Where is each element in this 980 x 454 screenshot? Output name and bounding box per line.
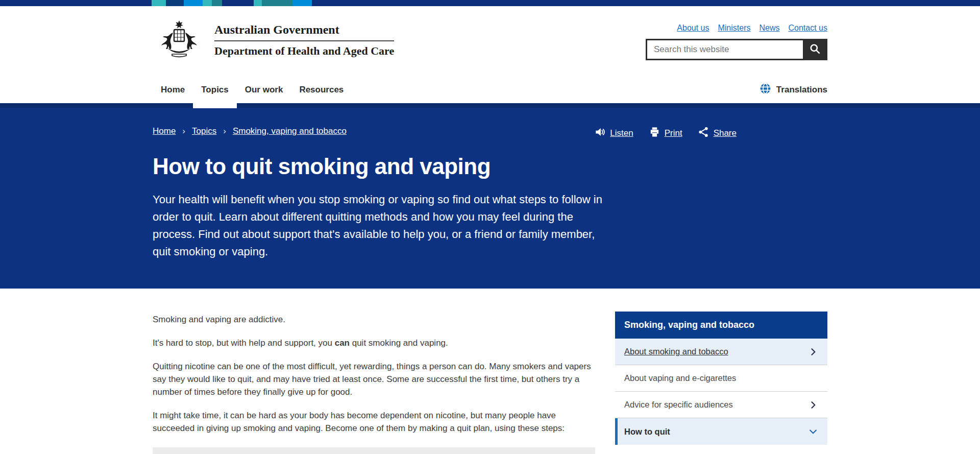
paragraph-4: It might take time, it can be hard as yo… xyxy=(153,409,595,435)
paragraph-1: Smoking and vaping are addictive. xyxy=(153,313,595,326)
printer-icon xyxy=(649,126,660,140)
share-icon xyxy=(698,126,709,140)
breadcrumb-topics[interactable]: Topics xyxy=(192,126,216,136)
nav-item-home[interactable]: Home xyxy=(153,77,193,103)
sidebar-item-how-to-quit[interactable]: How to quit xyxy=(615,418,827,445)
link-news[interactable]: News xyxy=(760,23,780,33)
breadcrumb-separator-icon: › xyxy=(182,126,185,136)
site-header: Australian Government Department of Heal… xyxy=(0,6,980,77)
department-logo[interactable]: Australian Government Department of Heal… xyxy=(153,19,394,61)
print-button[interactable]: Print xyxy=(649,126,682,140)
paragraph-3: Quitting nicotine can be one of the most… xyxy=(153,360,595,398)
page-actions: Listen Print xyxy=(594,126,737,140)
translations-button[interactable]: Translations xyxy=(759,82,827,98)
sidebar-item-about-vaping-and-e-cigarettes[interactable]: About vaping and e-cigarettes xyxy=(615,365,827,392)
quit-steps-block-cutoff xyxy=(153,447,595,454)
link-ministers[interactable]: Ministers xyxy=(718,23,750,33)
nav-item-topics[interactable]: Topics xyxy=(193,77,237,103)
section-sidebar: Smoking, vaping and tobacco About smokin… xyxy=(615,289,827,445)
emphasis-can: can xyxy=(335,338,350,348)
breadcrumb-smoking-vaping-tobacco[interactable]: Smoking, vaping and tobacco xyxy=(233,126,347,136)
site-search xyxy=(646,39,827,60)
sidebar-item-about-smoking-and-tobacco[interactable]: About smoking and tobacco xyxy=(615,339,827,365)
sidebar-item-advice-for-specific-audiences[interactable]: Advice for specific audiences xyxy=(615,392,827,418)
chevron-right-icon xyxy=(808,347,818,357)
hero-top-strip xyxy=(0,103,980,108)
breadcrumb: Home › Topics › Smoking, vaping and toba… xyxy=(153,126,347,136)
sidebar-item-label: About vaping and e-cigarettes xyxy=(624,373,736,383)
main-navigation-bar: Home Topics Our work Resources Translati… xyxy=(0,77,980,103)
chevron-down-icon xyxy=(808,426,818,437)
coat-of-arms-icon xyxy=(153,19,206,61)
share-button[interactable]: Share xyxy=(698,126,737,140)
link-about-us[interactable]: About us xyxy=(677,23,709,33)
translations-label: Translations xyxy=(776,85,827,95)
breadcrumb-separator-icon: › xyxy=(223,126,226,136)
search-icon xyxy=(808,42,822,57)
nav-item-resources[interactable]: Resources xyxy=(291,77,352,103)
paragraph-2: It's hard to stop, but with help and sup… xyxy=(153,337,595,349)
logo-government-title: Australian Government xyxy=(214,23,394,41)
brand-color-bar xyxy=(0,0,980,6)
listen-button[interactable]: Listen xyxy=(594,126,633,140)
globe-icon xyxy=(759,82,772,98)
nav-item-our-work[interactable]: Our work xyxy=(237,77,291,103)
breadcrumb-home[interactable]: Home xyxy=(153,126,176,136)
search-button[interactable] xyxy=(803,39,827,60)
search-input[interactable] xyxy=(646,39,803,60)
page: Australian Government Department of Heal… xyxy=(0,0,980,454)
hero-banner: Home › Topics › Smoking, vaping and toba… xyxy=(0,103,980,289)
link-contact-us[interactable]: Contact us xyxy=(789,23,827,33)
sidebar-item-label: How to quit xyxy=(624,427,670,437)
sidebar-title: Smoking, vaping and tobacco xyxy=(615,312,827,339)
logo-department-title: Department of Health and Aged Care xyxy=(214,41,394,58)
sidebar-item-label: Advice for specific audiences xyxy=(624,400,733,410)
utility-links: About us Ministers News Contact us xyxy=(677,23,827,33)
sidebar-item-label: About smoking and tobacco xyxy=(624,347,728,356)
page-intro: Your health will benefit when you stop s… xyxy=(153,191,603,260)
chevron-right-icon xyxy=(808,400,818,410)
page-title: How to quit smoking and vaping xyxy=(153,154,827,179)
speaker-icon xyxy=(594,126,606,140)
main-content: Smoking and vaping are addictive. It's h… xyxy=(153,289,595,454)
